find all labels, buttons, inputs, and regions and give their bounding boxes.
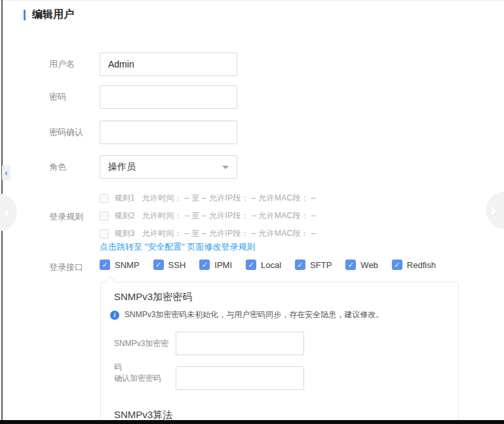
username-label: 用户名 [49, 52, 100, 76]
bottom-black-bar [0, 420, 504, 424]
snmpv3-password-input[interactable] [176, 332, 304, 355]
interface-label-sftp: SFTP [310, 260, 332, 270]
carousel-prev-button[interactable]: ‹ [0, 193, 17, 231]
role-select-value: 操作员 [108, 161, 136, 173]
login-rule-row: 规则2 允许时间： – 至 – 允许IP段： – 允许MAC段： – [100, 207, 316, 225]
checkbox-checked-icon [153, 260, 164, 270]
interface-label-redfish: Redfish [407, 260, 436, 270]
login-rule-row: 规则1 允许时间： – 至 – 允许IP段： – 允许MAC段： – [100, 189, 316, 207]
password-confirm-label: 密码确认 [49, 121, 100, 144]
login-interfaces-block: SNMP SSH IPMI Local SFTP Web Redfish [100, 260, 450, 270]
role-label: 角色 [49, 155, 100, 179]
login-rules-label: 登录规则 [49, 211, 83, 223]
interface-label-web: Web [360, 260, 378, 270]
chevron-down-icon [222, 166, 229, 169]
page-title: 编辑用户 [24, 8, 74, 22]
rule2-detail: 允许时间： – 至 – 允许IP段： – 允许MAC段： – [142, 210, 316, 222]
panel-notch [105, 277, 116, 288]
password-confirm-input[interactable] [100, 121, 237, 144]
username-input[interactable] [100, 52, 237, 76]
info-icon: i [110, 311, 119, 320]
title-accent-bar [24, 10, 26, 20]
checkbox-checked-icon [100, 260, 110, 270]
password-row: 密码 [49, 85, 237, 109]
login-rule-row: 规则3 允许时间： – 至 – 允许IP段： – 允许MAC段： – [100, 225, 316, 242]
interface-checkbox-web[interactable]: Web [345, 260, 378, 270]
interface-checkbox-redfish[interactable]: Redfish [392, 260, 436, 270]
rule1-checkbox [100, 194, 109, 203]
interface-label-ssh: SSH [168, 260, 186, 270]
rule1-name: 规则1 [115, 193, 135, 204]
rule3-detail: 允许时间： – 至 – 允许IP段： – 允许MAC段： – [142, 228, 316, 239]
rule2-checkbox [100, 212, 109, 221]
interface-checkbox-ipmi[interactable]: IPMI [199, 260, 232, 270]
page-title-text: 编辑用户 [32, 8, 74, 22]
top-divider [0, 0, 504, 1]
password-input[interactable] [100, 85, 237, 109]
rule3-name: 规则3 [115, 228, 135, 239]
role-row: 角色 操作员 [49, 155, 237, 179]
rule3-checkbox [100, 229, 109, 239]
interface-label-snmp: SNMP [115, 260, 140, 270]
checkbox-checked-icon [392, 260, 402, 270]
snmpv3-panel: SNMPv3加密密码 i SNMPv3加密密码未初始化，与用户密码同步，存在安全… [100, 282, 459, 424]
snmpv3-password-confirm-row: 确认加密密码 [114, 366, 304, 390]
snmpv3-password-confirm-label: 确认加密密码 [114, 366, 176, 390]
role-select[interactable]: 操作员 [100, 155, 237, 179]
sidebar-collapse-tab[interactable]: ‹ [2, 165, 10, 180]
login-rules-block: 规则1 允许时间： – 至 – 允许IP段： – 允许MAC段： – 规则2 允… [100, 189, 316, 242]
interface-checkbox-sftp[interactable]: SFTP [295, 260, 332, 270]
password-confirm-row: 密码确认 [49, 121, 237, 144]
snmpv3-info-row: i SNMPv3加密密码未初始化，与用户密码同步，存在安全隐患，建议修改。 [110, 309, 383, 320]
rule2-name: 规则2 [115, 210, 135, 222]
carousel-next-button[interactable]: › [486, 191, 504, 229]
chevron-left-icon: ‹ [5, 169, 8, 177]
snmpv3-password-title: SNMPv3加密密码 [114, 291, 192, 303]
interface-checkbox-ssh[interactable]: SSH [153, 260, 186, 270]
checkbox-checked-icon [295, 260, 305, 270]
interface-label-local: Local [261, 260, 281, 270]
snmpv3-info-text: SNMPv3加密密码未初始化，与用户密码同步，存在安全隐患，建议修改。 [125, 309, 383, 320]
edit-user-page: 编辑用户 用户名 密码 密码确认 角色 操作员 登录规则 规则1 允许时间： –… [0, 0, 504, 424]
checkbox-checked-icon [345, 260, 356, 270]
interface-label-ipmi: IPMI [214, 260, 232, 270]
checkbox-checked-icon [199, 260, 210, 270]
rule1-detail: 允许时间： – 至 – 允许IP段： – 允许MAC段： – [142, 193, 316, 204]
chevron-right-icon: › [490, 200, 496, 220]
snmpv3-password-confirm-input[interactable] [176, 366, 304, 390]
username-row: 用户名 [49, 52, 237, 76]
checkbox-checked-icon [246, 260, 256, 270]
interface-checkbox-snmp[interactable]: SNMP [100, 260, 140, 270]
password-label: 密码 [49, 85, 100, 109]
security-config-link[interactable]: 点击跳转至 "安全配置" 页面修改登录规则 [100, 241, 255, 253]
chevron-left-icon: ‹ [4, 202, 10, 222]
interface-checkbox-local[interactable]: Local [246, 260, 281, 270]
login-interfaces-label: 登录接口 [49, 261, 83, 273]
